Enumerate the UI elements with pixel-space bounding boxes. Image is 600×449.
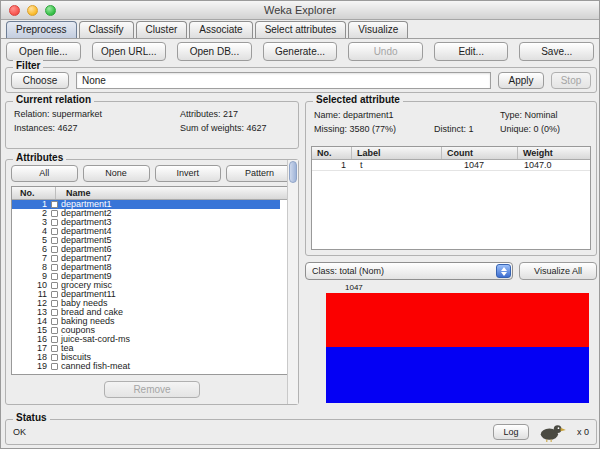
value-count: 1047 — [442, 160, 518, 170]
attribute-checkbox[interactable] — [51, 336, 58, 343]
attribute-checkbox[interactable] — [51, 300, 58, 307]
weka-explorer-window: Weka Explorer PreprocessClassifyClusterA… — [0, 0, 600, 449]
attribute-row[interactable]: 2department2 — [12, 209, 280, 218]
status-message: OK — [13, 427, 485, 437]
tab-preprocess[interactable]: Preprocess — [6, 21, 77, 38]
attribute-checkbox[interactable] — [51, 309, 58, 316]
dropdown-arrows-icon[interactable] — [496, 264, 511, 278]
attribute-type-stat: Type: Nominal — [500, 110, 588, 120]
attribute-checkbox[interactable] — [51, 228, 58, 235]
attributes-count: Attributes: 217 — [180, 109, 290, 119]
attribute-row[interactable]: 8department8 — [12, 263, 280, 272]
attribute-row[interactable]: 17tea — [12, 344, 280, 353]
class-dropdown[interactable]: Class: total (Nom) — [305, 262, 513, 280]
attribute-row[interactable]: 15coupons — [12, 326, 280, 335]
tab-classify[interactable]: Classify — [79, 21, 134, 38]
value-table: No. Label Count Weight 1t10471047.0 — [311, 146, 591, 250]
open-url-button[interactable]: Open URL... — [92, 42, 167, 61]
attribute-checkbox[interactable] — [51, 210, 58, 217]
attributes-panel-title: Attributes — [13, 152, 66, 163]
attribute-checkbox[interactable] — [51, 354, 58, 361]
open-file-button[interactable]: Open file... — [6, 42, 81, 61]
attribute-checkbox[interactable] — [51, 246, 58, 253]
attribute-row[interactable]: 16juice-sat-cord-ms — [12, 335, 280, 344]
class-dropdown-value: Class: total (Nom) — [306, 266, 496, 276]
value-row[interactable]: 1t10471047.0 — [312, 160, 590, 171]
attributes-scrollbar[interactable] — [287, 186, 293, 375]
open-db-button[interactable]: Open DB... — [177, 42, 252, 61]
value-label: t — [352, 160, 442, 170]
attribute-unique-stat: Unique: 0 (0%) — [500, 124, 588, 134]
attribute-number: 19 — [14, 362, 50, 371]
generate-button[interactable]: Generate... — [263, 42, 338, 61]
current-relation-title: Current relation — [13, 94, 94, 105]
attribute-row[interactable]: 1department1 — [12, 200, 280, 209]
attribute-row[interactable]: 3department3 — [12, 218, 280, 227]
filter-apply-button[interactable]: Apply — [498, 72, 544, 89]
histogram-bars — [326, 293, 589, 403]
column-header-no: No. — [312, 147, 352, 159]
histogram-segment-red — [326, 293, 589, 347]
filter-value-field[interactable]: None — [76, 72, 491, 89]
column-header-weight: Weight — [518, 147, 590, 159]
attribute-row[interactable]: 9department9 — [12, 272, 280, 281]
attribute-checkbox[interactable] — [51, 264, 58, 271]
log-counter: x 0 — [577, 427, 589, 437]
attribute-name-stat: Name: department1 — [314, 110, 500, 120]
attribute-row[interactable]: 13bread and cake — [12, 308, 280, 317]
attribute-row[interactable]: 18biscuits — [12, 353, 280, 362]
value-table-header: No. Label Count Weight — [312, 147, 590, 160]
attribute-select-buttons: All None Invert Pattern — [11, 165, 293, 182]
tab-cluster[interactable]: Cluster — [136, 21, 188, 38]
attribute-checkbox[interactable] — [51, 291, 58, 298]
invert-button[interactable]: Invert — [155, 165, 222, 182]
all-button[interactable]: All — [11, 165, 78, 182]
save-button[interactable]: Save... — [519, 42, 594, 61]
attribute-checkbox[interactable] — [51, 255, 58, 262]
tab-select-attributes[interactable]: Select attributes — [255, 21, 347, 38]
attribute-checkbox[interactable] — [51, 327, 58, 334]
attribute-name: canned fish-meat — [61, 362, 130, 371]
histogram-bar-count-label: 1047 — [345, 283, 597, 293]
filter-panel: Filter Choose None Apply Stop — [5, 67, 597, 93]
value-weight: 1047.0 — [518, 160, 590, 170]
value-no: 1 — [312, 160, 352, 170]
attribute-row[interactable]: 5department5 — [12, 236, 280, 245]
tab-associate[interactable]: Associate — [189, 21, 252, 38]
edit-button[interactable]: Edit... — [434, 42, 509, 61]
attribute-row[interactable]: 11department11 — [12, 290, 280, 299]
selected-attribute-panel: Selected attribute Name: department1 Typ… — [305, 101, 597, 256]
pattern-button[interactable]: Pattern — [226, 165, 293, 182]
histogram-segment-blue — [326, 347, 589, 403]
tab-visualize[interactable]: Visualize — [348, 21, 408, 38]
attribute-checkbox[interactable] — [51, 219, 58, 226]
toolbar: Open file... Open URL... Open DB... Gene… — [6, 42, 594, 61]
window-title: Weka Explorer — [1, 4, 599, 16]
filter-choose-button[interactable]: Choose — [11, 72, 69, 89]
status-panel: Status OK Log x 0 — [5, 419, 597, 445]
attribute-row[interactable]: 6department6 — [12, 245, 280, 254]
attribute-row[interactable]: 7department7 — [12, 254, 280, 263]
attribute-checkbox[interactable] — [51, 237, 58, 244]
attribute-row[interactable]: 12baby needs — [12, 299, 280, 308]
weka-bird-icon — [537, 423, 567, 442]
attribute-row[interactable]: 19canned fish-meat — [12, 362, 280, 371]
current-relation-panel: Current relation Relation: supermarket A… — [5, 101, 299, 149]
attribute-checkbox[interactable] — [51, 201, 58, 208]
attribute-row[interactable]: 4department4 — [12, 227, 280, 236]
status-panel-title: Status — [13, 412, 50, 423]
attribute-row[interactable]: 14baking needs — [12, 317, 280, 326]
attribute-checkbox[interactable] — [51, 282, 58, 289]
attributes-panel: Attributes All None Invert Pattern No. N… — [5, 159, 299, 405]
attribute-checkbox[interactable] — [51, 363, 58, 370]
attribute-checkbox[interactable] — [51, 345, 58, 352]
column-header-label: Label — [352, 147, 442, 159]
attribute-row[interactable]: 10grocery misc — [12, 281, 280, 290]
visualize-all-button[interactable]: Visualize All — [519, 262, 597, 280]
attribute-checkbox[interactable] — [51, 318, 58, 325]
attribute-checkbox[interactable] — [51, 273, 58, 280]
undo-button: Undo — [348, 42, 423, 61]
none-button[interactable]: None — [83, 165, 150, 182]
log-button[interactable]: Log — [493, 424, 529, 440]
filter-stop-button: Stop — [551, 72, 591, 89]
